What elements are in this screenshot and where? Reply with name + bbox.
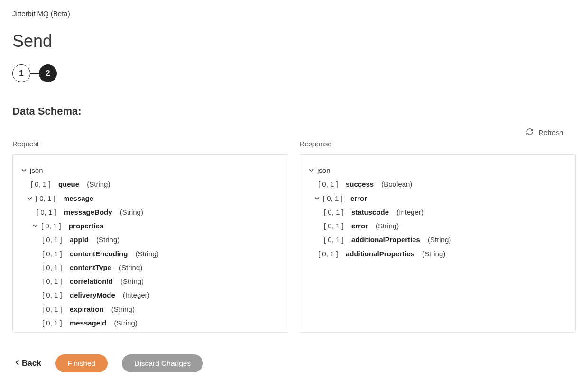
- breadcrumb-link[interactable]: Jitterbit MQ (Beta): [12, 9, 70, 18]
- request-column: Request json [ 0, 1 ] queue (String) [ 0…: [12, 140, 288, 333]
- tree-node-queue[interactable]: [ 0, 1 ] queue (String): [20, 177, 280, 191]
- tree-node-correlationId[interactable]: [ 0, 1 ] correlationId (String): [20, 274, 280, 288]
- tree-node-expiration[interactable]: [ 0, 1 ] expiration (String): [20, 302, 280, 316]
- request-label: Request: [12, 140, 288, 148]
- tree-node-contentType[interactable]: [ 0, 1 ] contentType (String): [20, 261, 280, 274]
- tree-node-messageBody[interactable]: [ 0, 1 ] messageBody (String): [20, 205, 280, 219]
- page-title: Send: [12, 31, 576, 51]
- stepper: 1 2: [12, 64, 576, 82]
- chevron-down-icon: [26, 196, 33, 201]
- tree-node-error[interactable]: [ 0, 1 ] error: [308, 191, 568, 205]
- tree-node-appId[interactable]: [ 0, 1 ] appId (String): [20, 233, 280, 246]
- request-panel: json [ 0, 1 ] queue (String) [ 0, 1 ] me…: [12, 154, 288, 333]
- tree-node-additionalProperties[interactable]: [ 0, 1 ] additionalProperties (String): [308, 233, 568, 246]
- tree-node-statuscode[interactable]: [ 0, 1 ] statuscode (Integer): [308, 205, 568, 219]
- tree-node-error-string[interactable]: [ 0, 1 ] error (String): [308, 219, 568, 233]
- tree-node-messageId[interactable]: [ 0, 1 ] messageId (String): [20, 316, 280, 330]
- refresh-label: Refresh: [538, 128, 563, 136]
- response-label: Response: [300, 140, 576, 148]
- step-connector: [30, 73, 39, 74]
- tree-node-deliveryMode[interactable]: [ 0, 1 ] deliveryMode (Integer): [20, 288, 280, 302]
- tree-node-json[interactable]: json: [20, 163, 280, 177]
- tree-node-label: json: [30, 163, 43, 177]
- tree-node-properties[interactable]: [ 0, 1 ] properties: [20, 219, 280, 233]
- chevron-down-icon: [308, 168, 314, 173]
- step-1[interactable]: 1: [12, 64, 30, 82]
- finished-button[interactable]: Finished: [55, 354, 108, 372]
- back-label: Back: [22, 359, 41, 368]
- refresh-icon: [526, 128, 533, 137]
- chevron-down-icon: [32, 223, 38, 228]
- tree-node-additionalProperties-outer[interactable]: [ 0, 1 ] additionalProperties (String): [308, 247, 568, 261]
- section-title: Data Schema:: [12, 105, 576, 117]
- refresh-button[interactable]: Refresh: [526, 128, 563, 137]
- discard-changes-button[interactable]: Discard Changes: [122, 354, 203, 372]
- response-panel: json [ 0, 1 ] success (Boolean) [ 0, 1 ]…: [300, 154, 576, 333]
- chevron-left-icon: [15, 359, 20, 368]
- tree-node-success[interactable]: [ 0, 1 ] success (Boolean): [308, 177, 568, 191]
- response-column: Response json [ 0, 1 ] success (Boolean)…: [300, 140, 576, 333]
- chevron-down-icon: [20, 168, 27, 173]
- step-2[interactable]: 2: [39, 64, 57, 82]
- tree-node-contentEncoding[interactable]: [ 0, 1 ] contentEncoding (String): [20, 247, 280, 261]
- chevron-down-icon: [313, 196, 320, 201]
- tree-node-message[interactable]: [ 0, 1 ] message: [20, 191, 280, 205]
- tree-node-json[interactable]: json: [308, 163, 568, 177]
- tree-node-label: json: [317, 163, 331, 177]
- back-button[interactable]: Back: [15, 359, 41, 368]
